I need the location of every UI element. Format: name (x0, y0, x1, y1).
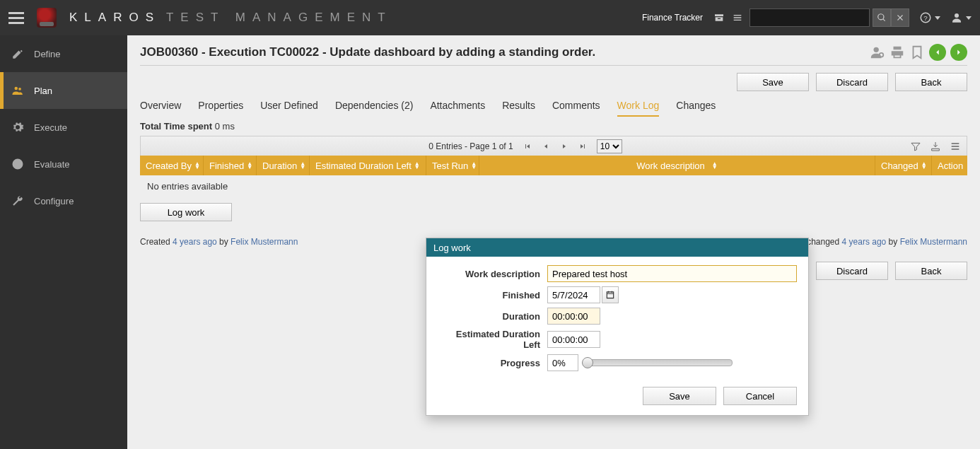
progress-slider[interactable] (583, 359, 733, 366)
sidebar-item-configure[interactable]: Configure (0, 182, 127, 219)
prev-page-icon[interactable] (542, 142, 550, 151)
slider-thumb[interactable] (582, 357, 593, 368)
menu-icon[interactable] (950, 141, 961, 152)
search-button[interactable] (873, 8, 891, 27)
sidebar-item-define[interactable]: Define (0, 35, 127, 72)
total-time: Total Time spent 0 ms (140, 121, 967, 132)
export-icon[interactable] (930, 141, 941, 152)
tab-overview[interactable]: Overview (140, 95, 181, 117)
finished-date-input[interactable] (547, 286, 600, 303)
table-empty: No entries available (140, 175, 967, 197)
col-changed[interactable]: Changed▲▼ (875, 156, 932, 175)
tab-changes[interactable]: Changes (676, 95, 716, 117)
page-size-select[interactable]: 10 (597, 139, 622, 153)
col-work-description[interactable]: Work description▲▼ (479, 156, 875, 175)
changed-time-link[interactable]: 4 years ago (842, 237, 887, 247)
created-time-link[interactable]: 4 years ago (173, 237, 217, 247)
filter-icon[interactable] (910, 141, 921, 152)
chevron-down-icon (966, 16, 972, 20)
log-work-dialog: Log work Work description Finished (426, 238, 809, 416)
col-estimated-left[interactable]: Estimated Duration Left▲▼ (310, 156, 426, 175)
calendar-icon (605, 290, 615, 300)
dialog-title: Log work (426, 238, 808, 257)
sidebar-item-label: Plan (34, 86, 52, 96)
table-header: Created By▲▼ Finished▲▼ Duration▲▼ Estim… (140, 156, 967, 175)
progress-input[interactable] (547, 354, 578, 371)
discard-button-bottom[interactable]: Discard (816, 262, 888, 280)
tab-properties[interactable]: Properties (198, 95, 243, 117)
created-user-link[interactable]: Felix Mustermann (231, 237, 298, 247)
sidebar-item-evaluate[interactable]: Evaluate (0, 146, 127, 182)
gear-icon (11, 121, 24, 134)
page-title: JOB00360 - Execution TC00022 - Update da… (140, 45, 595, 59)
save-button[interactable]: Save (737, 73, 809, 91)
next-button[interactable] (950, 44, 967, 61)
label-duration: Duration (438, 311, 540, 322)
app-logo (37, 8, 57, 28)
sidebar-item-label: Execute (34, 122, 67, 133)
search-input[interactable] (749, 8, 870, 27)
work-description-input[interactable] (547, 265, 797, 282)
tabs: Overview Properties User Defined Depende… (140, 95, 967, 117)
label-estimated-left: Estimated Duration Left (438, 329, 540, 350)
first-page-icon[interactable] (523, 142, 532, 151)
tab-comments[interactable]: Comments (552, 95, 600, 117)
discard-button[interactable]: Discard (816, 73, 888, 91)
help-menu[interactable]: ? (919, 11, 940, 24)
svg-point-5 (874, 47, 879, 52)
svg-point-2 (955, 13, 959, 18)
tab-user-defined[interactable]: User Defined (260, 95, 318, 117)
dialog-cancel-button[interactable]: Cancel (723, 387, 797, 405)
next-page-icon[interactable] (560, 142, 568, 151)
log-work-button[interactable]: Log work (140, 203, 232, 221)
svg-point-4 (18, 88, 21, 91)
label-finished: Finished (438, 290, 540, 301)
changed-user-link[interactable]: Felix Mustermann (900, 237, 967, 247)
sidebar-item-label: Evaluate (34, 159, 70, 170)
brand: KLAROSTEST MANAGEMENT (69, 11, 392, 25)
tab-results[interactable]: Results (502, 95, 535, 117)
bookmark-icon[interactable] (909, 45, 925, 60)
col-duration[interactable]: Duration▲▼ (257, 156, 310, 175)
list-icon[interactable] (732, 12, 743, 23)
label-work-description: Work description (438, 269, 540, 279)
archive-icon[interactable] (713, 12, 725, 23)
wrench-icon (11, 194, 24, 207)
label-progress: Progress (438, 358, 540, 368)
project-name: Finance Tracker (642, 13, 703, 23)
prev-button[interactable] (929, 44, 946, 61)
tab-work-log[interactable]: Work Log (617, 95, 660, 117)
created-audit: Created 4 years ago by Felix Mustermann (140, 237, 298, 247)
hamburger-menu[interactable] (8, 10, 24, 25)
tab-dependencies[interactable]: Dependencies (2) (335, 95, 414, 117)
tab-attachments[interactable]: Attachments (430, 95, 485, 117)
changed-audit: Last changed 4 years ago by Felix Muster… (788, 237, 967, 247)
sidebar-item-execute[interactable]: Execute (0, 109, 127, 146)
col-action: Action (932, 156, 967, 175)
sidebar: Define Plan Execute Evaluate Configure (0, 35, 127, 449)
last-page-icon[interactable] (578, 142, 587, 151)
brand-main: KLAROS (69, 11, 161, 24)
col-finished[interactable]: Finished▲▼ (204, 156, 257, 175)
edit-icon (11, 47, 24, 60)
print-icon[interactable] (889, 45, 905, 60)
sidebar-item-plan[interactable]: Plan (0, 72, 127, 109)
svg-point-6 (880, 53, 884, 57)
clear-search-button[interactable] (891, 8, 909, 27)
calendar-button[interactable] (602, 286, 619, 303)
duration-input[interactable] (547, 308, 600, 325)
chart-icon (11, 158, 24, 170)
estimated-left-input[interactable] (547, 331, 600, 348)
brand-sub: TEST MANAGEMENT (166, 11, 392, 24)
col-test-run[interactable]: Test Run▲▼ (426, 156, 479, 175)
dialog-save-button[interactable]: Save (643, 387, 716, 405)
svg-text:?: ? (923, 14, 928, 22)
svg-point-3 (15, 87, 18, 91)
pager-info: 0 Entries - Page 1 of 1 (428, 141, 513, 151)
user-menu[interactable] (950, 11, 972, 24)
assignee-icon[interactable] (870, 45, 885, 60)
back-button-bottom[interactable]: Back (895, 262, 967, 280)
col-created-by[interactable]: Created By▲▼ (140, 156, 204, 175)
back-button[interactable]: Back (895, 73, 967, 91)
sidebar-item-label: Configure (34, 196, 74, 206)
